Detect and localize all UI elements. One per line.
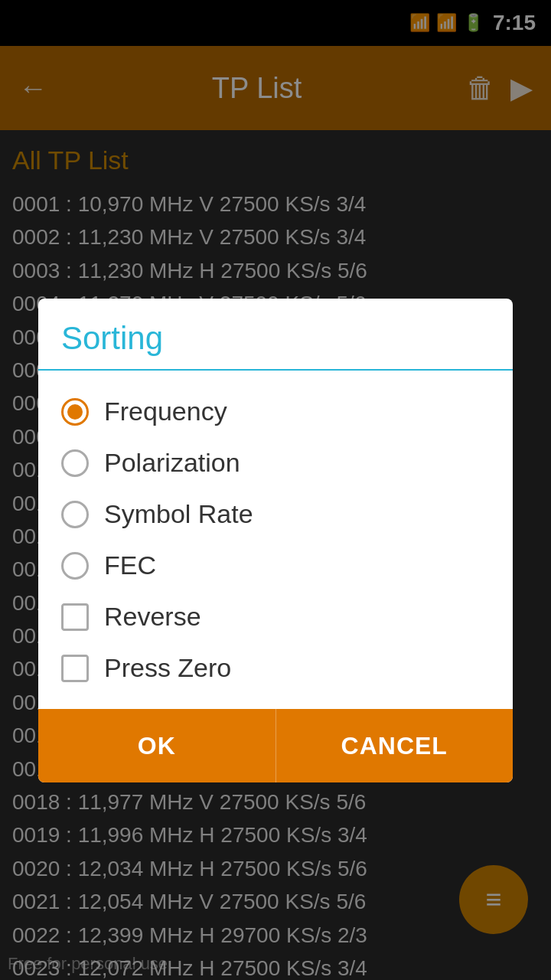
- option-fec[interactable]: FEC: [61, 540, 490, 591]
- ok-button[interactable]: OK: [38, 709, 276, 782]
- checkbox-presszero: [61, 655, 89, 682]
- radio-fec: [61, 552, 89, 580]
- checkbox-reverse: [61, 603, 89, 631]
- option-polarization[interactable]: Polarization: [61, 437, 490, 488]
- label-polarization: Polarization: [104, 448, 240, 478]
- dialog-options: FrequencyPolarizationSymbol RateFECRever…: [61, 386, 490, 694]
- dialog-body: FrequencyPolarizationSymbol RateFECRever…: [38, 371, 513, 709]
- dialog-buttons: OK CANCEL: [38, 709, 513, 782]
- sorting-dialog: Sorting FrequencyPolarizationSymbol Rate…: [38, 299, 513, 782]
- dialog-title: Sorting: [61, 320, 163, 356]
- radio-frequency: [61, 398, 89, 426]
- dialog-title-area: Sorting: [38, 299, 513, 371]
- label-fec: FEC: [104, 550, 156, 580]
- label-frequency: Frequency: [104, 397, 227, 426]
- radio-polarization: [61, 449, 89, 477]
- cancel-button[interactable]: CANCEL: [276, 709, 514, 782]
- option-reverse[interactable]: Reverse: [61, 591, 490, 642]
- label-presszero: Press Zero: [104, 653, 231, 683]
- radio-symbolrate: [61, 501, 89, 528]
- option-frequency[interactable]: Frequency: [61, 386, 490, 437]
- label-reverse: Reverse: [104, 602, 201, 632]
- label-symbolrate: Symbol Rate: [104, 499, 253, 529]
- option-symbolrate[interactable]: Symbol Rate: [61, 488, 490, 540]
- option-presszero[interactable]: Press Zero: [61, 642, 490, 694]
